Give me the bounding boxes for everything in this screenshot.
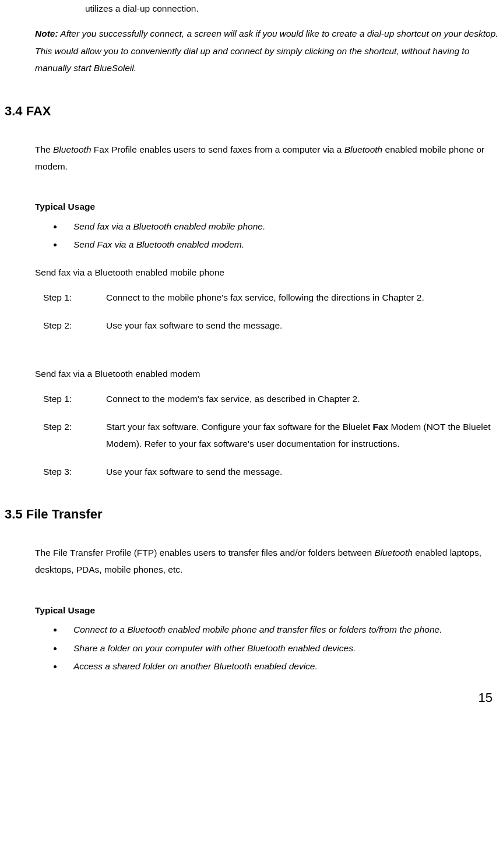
list-item: Share a folder on your computer with oth… <box>63 640 498 657</box>
fax-intro: The Bluetooth Fax Profile enables users … <box>35 141 498 175</box>
note-label: Note: <box>35 29 58 38</box>
step-row: Step 1: Connect to the mobile phone's fa… <box>43 289 498 306</box>
step-label: Step 3: <box>43 463 106 480</box>
fax-modem-title: Send fax via a Bluetooth enabled modem <box>35 365 498 382</box>
step-label: Step 2: <box>43 418 106 453</box>
list-item: Connect to a Bluetooth enabled mobile ph… <box>63 621 498 638</box>
note-block: Note: After you successfully connect, a … <box>35 25 498 76</box>
step-row: Step 3: Use your fax software to send th… <box>43 463 498 480</box>
step-text: Connect to the modem's fax service, as d… <box>106 390 498 407</box>
fax-heading: 3.4 FAX <box>5 99 498 124</box>
fax-usage-list: Send fax via a Bluetooth enabled mobile … <box>35 218 498 253</box>
list-item: Access a shared folder on another Blueto… <box>63 658 498 675</box>
continuation-text: utilizes a dial-up connection. <box>85 0 498 17</box>
page-number: 15 <box>5 686 493 710</box>
step-label: Step 2: <box>43 317 106 334</box>
ft-usage-list: Connect to a Bluetooth enabled mobile ph… <box>35 621 498 675</box>
fax-phone-title: Send fax via a Bluetooth enabled mobile … <box>35 264 498 281</box>
list-item: Send fax via a Bluetooth enabled mobile … <box>63 218 498 235</box>
step-label: Step 1: <box>43 289 106 306</box>
step-row: Step 1: Connect to the modem's fax servi… <box>43 390 498 407</box>
ft-typical-usage-label: Typical Usage <box>35 602 498 619</box>
step-text: Use your fax software to send the messag… <box>106 463 498 480</box>
step-text: Connect to the mobile phone's fax servic… <box>106 289 498 306</box>
step-text: Start your fax software. Configure your … <box>106 418 498 453</box>
fax-typical-usage-label: Typical Usage <box>35 198 498 215</box>
step-row: Step 2: Start your fax software. Configu… <box>43 418 498 453</box>
ft-intro: The File Transfer Profile (FTP) enables … <box>35 544 498 578</box>
note-text: After you successfully connect, a screen… <box>35 29 498 73</box>
step-label: Step 1: <box>43 390 106 407</box>
step-text: Use your fax software to send the messag… <box>106 317 498 334</box>
list-item: Send Fax via a Bluetooth enabled modem. <box>63 236 498 253</box>
step-row: Step 2: Use your fax software to send th… <box>43 317 498 334</box>
ft-heading: 3.5 File Transfer <box>5 502 498 527</box>
